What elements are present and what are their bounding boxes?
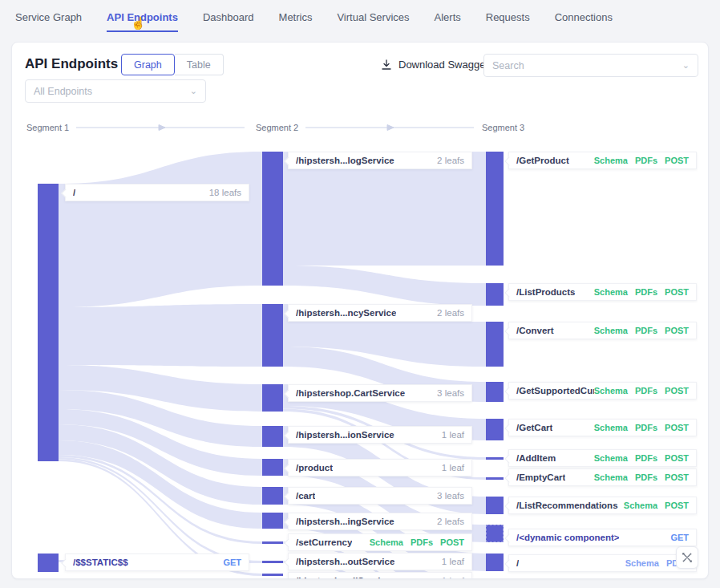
node-label: /hipstersh...ingService <box>296 517 394 526</box>
method-link[interactable]: POST <box>665 501 689 510</box>
node-leaf-count: 2 leafs <box>437 156 464 165</box>
node-label: /setCurrency <box>296 537 352 547</box>
schema-link[interactable]: Schema <box>594 287 628 297</box>
method-link[interactable]: POST <box>665 472 689 482</box>
sankey-bar-listproducts[interactable] <box>486 283 504 306</box>
pdfs-link[interactable]: PDFs <box>635 423 657 432</box>
sankey-bar-cartservice[interactable] <box>262 384 283 412</box>
sankey-bar-getsupportedcurrencies[interactable] <box>486 382 504 402</box>
expand-arrows-icon <box>682 552 693 563</box>
sankey-bar-currencyservice[interactable] <box>262 304 283 367</box>
node-additem[interactable]: /AddItem Schema PDFs POST <box>508 449 697 467</box>
node-label: /$$STATIC$$ <box>73 558 128 567</box>
sankey-bar-emailservice[interactable] <box>262 574 283 576</box>
node-setcurrency[interactable]: /setCurrency Schema PDFs POST <box>288 533 472 551</box>
node-catalogservice[interactable]: /hipstersh...logService 2 leafs <box>288 152 472 169</box>
node-label: /hipstersh...ionService <box>296 430 394 440</box>
node-label: /GetProduct <box>516 156 569 165</box>
nav-virtual-services[interactable]: Virtual Services <box>337 11 409 30</box>
node-label: /hipstersh...ncyService <box>296 308 396 318</box>
sankey-bar-recommendationservice[interactable] <box>262 426 283 447</box>
node-static[interactable]: /$$STATIC$$ GET <box>65 554 249 571</box>
node-listrecommendations[interactable]: /ListRecommendations Schema POST <box>508 497 697 514</box>
method-link[interactable]: POST <box>665 453 689 463</box>
node-shippingservice[interactable]: /hipstersh...ingService 2 leafs <box>288 513 472 530</box>
node-label: /Convert <box>516 326 554 335</box>
method-link[interactable]: POST <box>665 156 689 165</box>
pdfs-link[interactable]: PDFs <box>635 386 657 395</box>
node-emptycart[interactable]: /EmptyCart Schema PDFs POST <box>508 468 697 486</box>
node-label: /hipstersh...logService <box>296 156 394 165</box>
node-getproduct[interactable]: /GetProduct Schema PDFs POST <box>508 152 697 169</box>
method-link[interactable]: POST <box>665 326 689 335</box>
node-convert[interactable]: /Convert Schema PDFs POST <box>508 322 697 339</box>
sankey-bar-additem[interactable] <box>486 457 504 460</box>
node-root[interactable]: / 18 leafs <box>65 184 249 201</box>
node-cartservice[interactable]: /hipstershop.CartService 3 leafs <box>288 384 472 402</box>
nav-requests[interactable]: Requests <box>486 11 530 30</box>
sankey-bar-listrecommendations[interactable] <box>486 497 504 514</box>
node-emailservice[interactable]: /hipstersh...ailService 1 leaf <box>288 572 472 579</box>
node-label: /hipstersh...outService <box>296 557 394 566</box>
method-link[interactable]: POST <box>440 537 464 547</box>
sankey-bar-product[interactable] <box>262 459 283 476</box>
schema-link[interactable]: Schema <box>625 558 659 568</box>
sankey-bar-root-leaf[interactable] <box>486 554 504 571</box>
method-link[interactable]: GET <box>223 558 241 567</box>
node-currencyservice[interactable]: /hipstersh...ncyService 2 leafs <box>288 304 472 322</box>
sankey-bar-catalogservice[interactable] <box>262 152 283 286</box>
pdfs-link[interactable]: PDFs <box>635 453 657 463</box>
pdfs-link[interactable]: PDFs <box>635 472 657 482</box>
nav-alerts[interactable]: Alerts <box>435 11 461 30</box>
sankey-bar-shippingservice[interactable] <box>262 513 283 529</box>
node-listproducts[interactable]: /ListProducts Schema PDFs POST <box>508 283 697 301</box>
schema-link[interactable]: Schema <box>594 326 628 335</box>
schema-link[interactable]: Schema <box>594 423 628 432</box>
node-getsupportedcurrencies[interactable]: /GetSupportedCurrencies Schema PDFs POST <box>508 382 697 399</box>
node-leaf-count: 1 leaf <box>442 576 464 579</box>
sankey-bar-static[interactable] <box>38 554 59 572</box>
node-cart[interactable]: /cart 3 leafs <box>288 487 472 505</box>
sankey-bar-checkoutservice[interactable] <box>262 561 283 563</box>
pdfs-link[interactable]: PDFs <box>635 156 657 165</box>
schema-link[interactable]: Schema <box>594 156 628 165</box>
nav-service-graph[interactable]: Service Graph <box>15 11 82 30</box>
sankey-bar-getcart[interactable] <box>486 419 504 440</box>
nav-metrics[interactable]: Metrics <box>279 11 313 30</box>
node-getcart[interactable]: /GetCart Schema PDFs POST <box>508 419 697 436</box>
pdfs-link[interactable]: PDFs <box>411 537 433 547</box>
nav-dashboard[interactable]: Dashboard <box>203 11 254 30</box>
fit-to-screen-button[interactable] <box>676 546 698 569</box>
schema-link[interactable]: Schema <box>624 501 657 510</box>
pdfs-link[interactable]: PDFs <box>635 326 657 335</box>
method-link[interactable]: POST <box>665 423 689 432</box>
node-root-leaf[interactable]: / Schema PDFs <box>508 554 697 572</box>
node-label: /product <box>296 463 333 472</box>
sankey-bar-dynamic-component[interactable] <box>486 525 504 542</box>
node-leaf-count: 3 leafs <box>437 388 464 398</box>
method-link[interactable]: GET <box>670 533 689 542</box>
node-product[interactable]: /product 1 leaf <box>288 459 472 476</box>
sankey-bar-emptycart[interactable] <box>486 477 504 480</box>
method-link[interactable]: POST <box>665 386 689 395</box>
sankey-bar-root[interactable] <box>38 184 59 461</box>
node-label: /ListRecommendations <box>516 501 618 510</box>
node-leaf-count: 1 leaf <box>442 557 464 566</box>
schema-link[interactable]: Schema <box>594 386 628 395</box>
node-dynamic-component[interactable]: /<dynamic component> GET <box>508 529 697 546</box>
method-link[interactable]: POST <box>665 287 689 297</box>
graph-view-button[interactable]: Graph <box>121 54 175 75</box>
sankey-bar-setcurrency[interactable] <box>262 541 283 544</box>
node-recommendationservice[interactable]: /hipstersh...ionService 1 leaf <box>288 426 472 444</box>
sankey-bar-convert[interactable] <box>486 322 504 367</box>
schema-link[interactable]: Schema <box>594 472 628 482</box>
sankey-bar-getproduct[interactable] <box>486 152 504 266</box>
sankey-bar-cart[interactable] <box>262 487 283 505</box>
node-checkoutservice[interactable]: /hipstersh...outService 1 leaf <box>288 553 472 570</box>
schema-link[interactable]: Schema <box>370 537 403 547</box>
node-label: /ListProducts <box>516 287 575 297</box>
node-label: /hipstershop.CartService <box>296 388 405 398</box>
nav-connections[interactable]: Connections <box>555 11 613 30</box>
schema-link[interactable]: Schema <box>594 453 628 463</box>
pdfs-link[interactable]: PDFs <box>635 287 657 297</box>
